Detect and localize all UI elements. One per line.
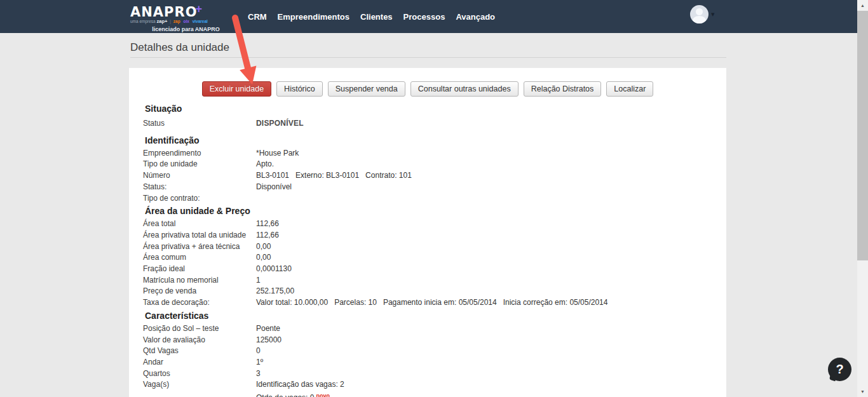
- field-value: Poente: [256, 323, 280, 335]
- value-text: 0,00: [256, 253, 271, 262]
- field-row-numero: NúmeroBL3-0101 Externo: BL3-0101 Contrat…: [129, 170, 726, 182]
- field-value: 112,66: [256, 219, 279, 230]
- nav-item-crm[interactable]: CRM: [248, 12, 267, 22]
- section-caracteristicas: CaracterísticasPosição do Sol – testePoe…: [129, 311, 726, 397]
- value-text: 3: [256, 369, 261, 378]
- value-text: 0,00: [256, 242, 271, 251]
- value-text: Identificação das vagas: 2: [256, 380, 344, 389]
- field-label: Vaga(s): [129, 379, 256, 397]
- scrollbar-thumb[interactable]: [857, 11, 868, 260]
- title-divider: [130, 57, 726, 58]
- unit-detail-sections: SituaçãoStatusDISPONÍVELIdentificaçãoEmp…: [129, 104, 726, 397]
- page-title: Detalhes da unidade: [130, 41, 229, 54]
- value-text: Valor total: 10.000,00 Parcelas: 10 Paga…: [256, 298, 607, 307]
- nav-item-empreendimentos[interactable]: Empreendimentos: [278, 12, 349, 22]
- field-value: 0,00: [256, 252, 271, 264]
- vertical-scrollbar[interactable]: ▲ ▼: [857, 0, 868, 397]
- field-value: Disponível: [256, 182, 292, 193]
- field-row-vaga-s: Vaga(s)Identificação das vagas: 2Qtde de…: [129, 379, 726, 397]
- scroll-down-button[interactable]: ▼: [857, 386, 868, 397]
- field-label: Preço de venda: [129, 286, 256, 297]
- field-row-area-privativa-area-tecnica: Área privativa + área técnica0,00: [129, 241, 726, 253]
- unit-actions-toolbar: Excluir unidadeHistóricoSuspender vendaC…: [129, 81, 726, 97]
- field-value: 0: [256, 346, 261, 357]
- field-row-posicao-do-sol-teste: Posição do Sol – testePoente: [129, 323, 726, 335]
- field-row-fracao-ideal: Fração ideal0,0001130: [129, 264, 726, 275]
- field-label: Status:: [129, 182, 256, 193]
- value-text: 112,66: [256, 219, 279, 228]
- excluir-unidade-button[interactable]: Excluir unidade: [202, 81, 271, 97]
- new-badge: novo: [316, 393, 330, 397]
- field-label: Matrícula no memorial: [129, 275, 256, 286]
- value-text: 1: [256, 276, 261, 285]
- field-value: 252.175,00: [256, 286, 294, 297]
- field-label: Quartos: [129, 368, 256, 380]
- nav-item-avancado[interactable]: Avançado: [456, 12, 495, 22]
- field-row-quartos: Quartos3: [129, 368, 726, 380]
- field-row-matricula-no-memorial: Matrícula no memorial1: [129, 275, 726, 286]
- scroll-up-button[interactable]: ▲: [857, 0, 868, 11]
- logo-text: ANAPRO: [130, 4, 198, 20]
- consultar-outras-unidades-button[interactable]: Consultar outras unidades: [410, 81, 519, 97]
- section-heading: Situação: [145, 104, 726, 114]
- value-text: BL3-0101 Externo: BL3-0101 Contrato: 101: [256, 171, 412, 180]
- topbar: ANAPRO+ uma empresa zap+ | zap olx vivar…: [0, 0, 857, 33]
- field-label: Número: [129, 170, 256, 182]
- logo-plus-icon: +: [196, 3, 203, 15]
- help-button[interactable]: ?: [828, 358, 851, 381]
- field-label: Taxa de decoração:: [129, 297, 256, 309]
- value-text: Apto.: [256, 159, 274, 168]
- value-text: 1º: [256, 358, 263, 367]
- field-label: Área privativa + área técnica: [129, 241, 256, 253]
- field-value: 0,00: [256, 241, 271, 253]
- field-value: *House Park: [256, 148, 299, 159]
- field-row-taxa-de-decoracao: Taxa de decoração:Valor total: 10.000,00…: [129, 297, 726, 309]
- field-value: Valor total: 10.000,00 Parcelas: 10 Paga…: [256, 297, 607, 309]
- main-nav: CRMEmpreendimentosClientesProcessosAvanç…: [248, 0, 495, 33]
- nav-item-clientes[interactable]: Clientes: [360, 12, 393, 22]
- field-row-area-comum: Área comum0,00: [129, 252, 726, 264]
- field-value: 112,66: [256, 230, 279, 241]
- field-label: Andar: [129, 357, 256, 368]
- value-text: 0: [256, 346, 261, 355]
- field-label: Tipo de unidade: [129, 159, 256, 170]
- field-row-qtd-vagas: Qtd Vagas0: [129, 346, 726, 357]
- field-row-area-total: Área total112,66: [129, 219, 726, 230]
- chevron-down-icon[interactable]: ▾: [711, 10, 715, 18]
- field-row-tipo-de-unidade: Tipo de unidadeApto.: [129, 159, 726, 170]
- field-label: Status: [129, 118, 256, 130]
- relacao-distratos-button[interactable]: Relação Distratos: [524, 81, 602, 97]
- field-label: Área total: [129, 219, 256, 230]
- avatar-shoulders: [693, 16, 706, 24]
- field-value: 3: [256, 368, 261, 380]
- field-value: Identificação das vagas: 2Qtde de vagas:…: [256, 379, 344, 397]
- field-row-status: StatusDISPONÍVEL: [129, 118, 726, 130]
- user-menu[interactable]: ▾: [690, 5, 715, 24]
- historico-button[interactable]: Histórico: [276, 81, 323, 97]
- field-row-status: Status:Disponível: [129, 182, 726, 193]
- nav-item-processos[interactable]: Processos: [403, 12, 445, 22]
- value-text: Qtde de vagas: 0: [256, 393, 314, 397]
- field-value: Apto.: [256, 159, 274, 170]
- anapro-logo[interactable]: ANAPRO+ uma empresa zap+ | zap olx vivar…: [130, 3, 241, 32]
- value-text: DISPONÍVEL: [256, 119, 304, 128]
- value-text: *House Park: [256, 149, 299, 158]
- brand-zap-logo: zap: [173, 19, 180, 24]
- field-row-andar: Andar1º: [129, 357, 726, 368]
- section-identificacao: IdentificaçãoEmpreendimento*House ParkTi…: [129, 135, 726, 205]
- brand-prefix: uma empresa: [130, 19, 156, 24]
- value-text: 125000: [256, 335, 281, 344]
- suspender-venda-button[interactable]: Suspender venda: [328, 81, 405, 97]
- brand-olx-logo: olx: [183, 19, 189, 24]
- brand-zapmais: zap+: [157, 18, 168, 24]
- field-value: 1º: [256, 357, 263, 368]
- field-label: Valor de avaliação: [129, 335, 256, 346]
- avatar[interactable]: [690, 5, 709, 24]
- logo-brand-strip: uma empresa zap+ | zap olx vivareal: [130, 19, 241, 24]
- localizar-button[interactable]: Localizar: [606, 81, 653, 97]
- field-label: Área comum: [129, 252, 256, 264]
- section-heading: Características: [145, 311, 726, 321]
- field-value: 1: [256, 275, 261, 286]
- value-text: 0,0001130: [256, 264, 292, 273]
- field-label: Área privativa total da unidade: [129, 230, 256, 241]
